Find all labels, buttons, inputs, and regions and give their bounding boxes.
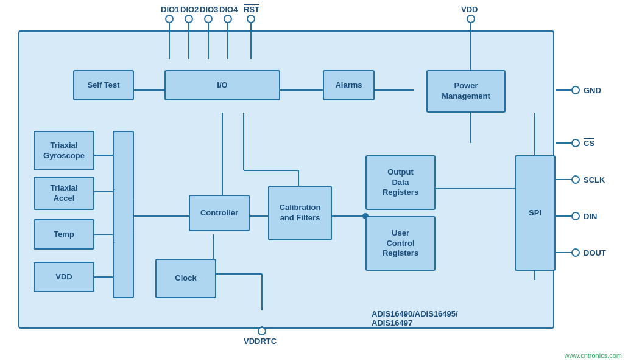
- pin-sclk-label: SCLK: [584, 175, 605, 184]
- user-control-reg-block: UserControlRegisters: [365, 216, 436, 271]
- spi-block: SPI: [515, 155, 556, 271]
- temp-block: Temp: [34, 219, 94, 250]
- pin-dio2-circle: [185, 15, 193, 23]
- pin-gnd-circle: [571, 86, 580, 94]
- pin-sclk-circle: [571, 175, 580, 184]
- calibration-block: Calibrationand Filters: [268, 186, 332, 240]
- pin-vddrtc-circle: [258, 327, 266, 335]
- pin-dio3-circle: [204, 15, 213, 23]
- pin-cs-circle: [571, 139, 580, 147]
- pin-vdd-label: VDD: [461, 5, 478, 14]
- pin-gnd-label: GND: [584, 86, 601, 95]
- pin-dio4-label: DIO4: [219, 5, 238, 14]
- diagram-container: DIO1 DIO2 DIO3 DIO4 RST VDD GND CS SCLK …: [0, 0, 628, 364]
- power-mgmt-block: PowerManagement: [426, 70, 506, 113]
- output-data-reg-block: OutputDataRegisters: [365, 155, 436, 210]
- pin-vddrtc-label: VDDRTC: [244, 337, 277, 346]
- pin-dio1-label: DIO1: [161, 5, 179, 14]
- gyro-block: TriaxialGyroscope: [34, 131, 94, 170]
- pin-dout-circle: [571, 248, 580, 257]
- controller-block: Controller: [189, 195, 250, 231]
- watermark: www.cntronics.com: [565, 352, 622, 359]
- io-block: I/O: [164, 70, 280, 100]
- pin-dio3-label: DIO3: [200, 5, 218, 14]
- pin-rst-label: RST: [244, 5, 259, 14]
- pin-dout-label: DOUT: [584, 248, 606, 257]
- pin-din-label: DIN: [584, 212, 597, 221]
- pin-vdd-top-circle: [467, 15, 475, 23]
- accel-block: TriaxialAccel: [34, 177, 94, 210]
- vdd-sensor-block: VDD: [34, 262, 94, 292]
- pin-dio1-circle: [165, 15, 174, 23]
- model-label: ADIS16490/ADIS16495/ADIS16497: [372, 309, 458, 327]
- pin-dio2-label: DIO2: [180, 5, 199, 14]
- pin-din-circle: [571, 212, 580, 220]
- pin-rst-circle: [247, 15, 255, 23]
- pin-dio4-circle: [224, 15, 232, 23]
- self-test-block: Self Test: [73, 70, 134, 100]
- alarms-block: Alarms: [323, 70, 375, 100]
- pin-cs-label: CS: [584, 139, 594, 148]
- clock-block: Clock: [155, 259, 216, 298]
